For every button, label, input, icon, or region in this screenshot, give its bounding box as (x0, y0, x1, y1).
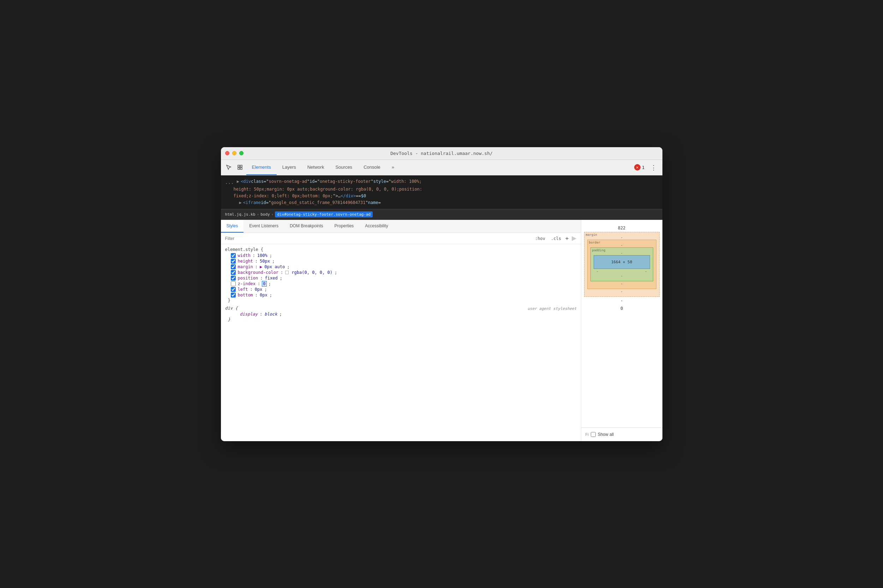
css-checkbox-position[interactable] (231, 276, 236, 280)
add-style-button[interactable]: + (565, 235, 569, 242)
dom-line-1: ... ▶ <div class="sovrn-onetag-ad" id="o… (225, 178, 658, 186)
collapse-arrow[interactable] (572, 236, 577, 241)
tab-elements[interactable]: Elements (246, 160, 277, 175)
bm-margin-box: margin - border - padding (584, 232, 660, 297)
css-selector-div: div { (225, 306, 238, 310)
css-val-left[interactable]: 0px (255, 287, 262, 292)
show-all-row: Fi Show all (586, 430, 658, 438)
svg-rect-3 (240, 168, 242, 170)
bm-padding-right[interactable]: - (645, 269, 647, 273)
bm-margin-bottom[interactable]: - (621, 289, 623, 294)
show-all-checkbox[interactable] (591, 432, 596, 437)
subtab-dom-breakpoints[interactable]: DOM Breakpoints (284, 220, 329, 232)
css-checkbox-width[interactable] (231, 253, 236, 258)
css-prop-z-index: z-index : 0 ; (225, 281, 577, 286)
css-val-margin[interactable]: 0px auto (264, 264, 285, 269)
devtools-window: DevTools - nationalrail.umaar.now.sh/ El… (221, 147, 663, 441)
dom-line-4: ▶ <iframe id="google_osd_static_frame_97… (225, 200, 658, 206)
box-model-zero: 0 (621, 304, 623, 312)
tab-sources[interactable]: Sources (330, 160, 358, 175)
box-model-footer: Fi Show all (581, 428, 663, 441)
inspect-icon[interactable] (235, 162, 245, 172)
breadcrumb-body[interactable]: body (261, 212, 270, 217)
bm-border-bottom[interactable]: - (621, 281, 623, 286)
main-tabs: Elements Layers Network Sources Console … (246, 160, 633, 175)
bm-padding-bottom[interactable]: - (621, 273, 623, 278)
filter-bar: :hov .cls + (221, 233, 581, 244)
breadcrumb-html[interactable]: html.jq.js.kb (225, 212, 255, 217)
tab-network[interactable]: Network (302, 160, 330, 175)
maximize-button[interactable] (239, 151, 243, 155)
css-prop-name-height: height (238, 259, 253, 264)
subtab-styles[interactable]: Styles (221, 220, 244, 232)
tab-console[interactable]: Console (358, 160, 386, 175)
cls-button[interactable]: .cls (550, 236, 562, 242)
minimize-button[interactable] (232, 151, 237, 155)
css-checkbox-margin[interactable] (231, 264, 236, 269)
error-badge: ✕ 1 (634, 164, 645, 171)
css-val-z-index[interactable]: 0 (262, 281, 266, 286)
bm-margin-top-row: - (587, 235, 657, 240)
tab-layers[interactable]: Layers (277, 160, 302, 175)
traffic-lights (225, 151, 243, 155)
css-prop-name-z-index: z-index (238, 281, 256, 286)
css-val-display: block (264, 312, 277, 316)
css-val-bg-color[interactable]: rgba(0, 0, 0, 0) (291, 270, 333, 275)
css-prop-name-width: width (238, 253, 250, 258)
subtab-accessibility[interactable]: Accessibility (359, 220, 393, 232)
bm-margin-top[interactable]: - (621, 235, 623, 240)
breadcrumb: html.jq.js.kb › body › div#onetag-sticky… (221, 209, 663, 220)
dom-line-3: fixed;z-index: 0;left: 0px;bottom: 0px;"… (225, 193, 658, 200)
bm-border-label: border (589, 241, 601, 244)
css-val-width[interactable]: 100% (257, 253, 267, 258)
css-closing-brace-div: } (225, 317, 577, 322)
sub-tabs: Styles Event Listeners DOM Breakpoints P… (221, 220, 581, 233)
hov-button[interactable]: :hov (534, 236, 547, 242)
close-button[interactable] (225, 151, 229, 155)
window-title: DevTools - nationalrail.umaar.now.sh/ (390, 151, 493, 156)
box-model-top-number: 822 (618, 224, 626, 232)
bm-padding-box: padding - 1664 × 50 - - (591, 248, 653, 281)
css-prop-name-left: left (238, 287, 248, 292)
css-prop-name-margin: margin (238, 264, 253, 269)
css-checkbox-bg-color[interactable] (231, 270, 236, 275)
css-rule-div: div { user agent stylesheet display : bl… (225, 306, 577, 322)
subtab-properties[interactable]: Properties (329, 220, 360, 232)
css-prop-height: height : 50px ; (225, 258, 577, 264)
dom-expand-dots[interactable]: ... (225, 178, 234, 186)
css-checkbox-bottom[interactable] (231, 292, 236, 297)
box-model-container: 822 margin - border - (581, 220, 663, 427)
bm-padding-left[interactable]: - (597, 269, 599, 273)
css-checkbox-z-index[interactable] (231, 281, 236, 286)
css-selector-element-style: element.style { (225, 247, 577, 252)
bm-padding-label: padding (592, 249, 606, 252)
css-checkbox-height[interactable] (231, 259, 236, 264)
svg-rect-2 (238, 168, 240, 170)
bm-padding-top[interactable]: - (621, 250, 623, 255)
titlebar: DevTools - nationalrail.umaar.now.sh/ (221, 147, 663, 160)
dom-triangle-1[interactable]: ▶ (237, 178, 239, 185)
tab-more[interactable]: » (386, 160, 400, 175)
styles-panel: Styles Event Listeners DOM Breakpoints P… (221, 220, 581, 441)
css-checkbox-left[interactable] (231, 287, 236, 292)
error-icon: ✕ (634, 164, 640, 171)
css-val-bottom[interactable]: 0px (260, 292, 267, 297)
css-closing-brace-element: } (225, 298, 577, 303)
toolbar-right: ✕ 1 ⋮ (634, 162, 660, 172)
more-options-icon[interactable]: ⋮ (648, 162, 660, 172)
color-swatch-bg[interactable] (285, 271, 289, 274)
breadcrumb-div[interactable]: div#onetag-sticky-footer.sovrn-onetag-ad (275, 212, 373, 218)
filter-input[interactable] (225, 236, 531, 241)
breadcrumb-sep-2: › (271, 212, 274, 217)
box-model-panel: 822 margin - border - (581, 220, 663, 441)
cursor-icon[interactable] (224, 162, 234, 172)
dom-triangle-2[interactable]: ▶ (239, 200, 242, 206)
bm-border-top[interactable]: - (621, 243, 623, 248)
css-val-height[interactable]: 50px (260, 259, 270, 264)
bm-content-box[interactable]: 1664 × 50 (594, 255, 650, 269)
css-prop-name-display: display (240, 312, 258, 316)
css-val-position[interactable]: fixed (265, 276, 278, 280)
css-margin-expand[interactable]: ▶ (260, 264, 262, 269)
subtab-event-listeners[interactable]: Event Listeners (243, 220, 284, 232)
error-count: 1 (642, 165, 645, 170)
